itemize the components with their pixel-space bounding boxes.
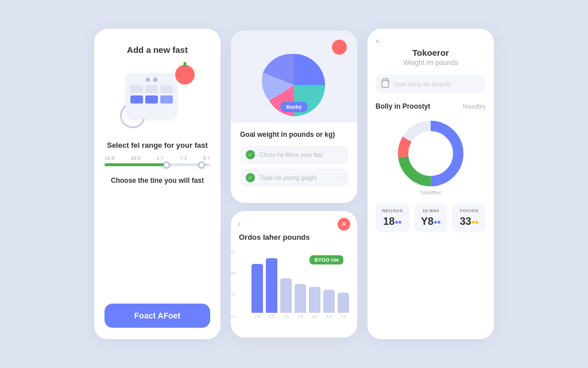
- bar-label-1: 1.5: [254, 315, 260, 319]
- stat-dot-1: [395, 221, 398, 224]
- bar-3: 7.5: [280, 278, 292, 319]
- stat-value-3: 33: [455, 216, 482, 228]
- card-tracker: < Tokoeror Weight im pounds Goal viting …: [368, 29, 494, 339]
- stat-dot-2: [434, 221, 437, 224]
- cal-cell-3: [160, 85, 173, 93]
- calendar-icon: [126, 73, 177, 119]
- input-text-1: Choss he ftiime your fast: [260, 152, 342, 158]
- cal-dot-1: [146, 78, 150, 82]
- bar-fill-3: [280, 278, 292, 313]
- bar-fill-6: [323, 290, 335, 313]
- progress-section-header: Bolly in Proostyt Nouoftiry: [376, 102, 486, 110]
- card1-title: Add a new fast: [127, 45, 188, 55]
- donut-container: Sonothor: [376, 116, 486, 191]
- check-icon-2: ✓: [246, 173, 255, 182]
- range-thumb-right[interactable]: [198, 162, 205, 168]
- range-track[interactable]: [105, 163, 210, 166]
- tracker-subtitle: Weight im pounds: [376, 59, 486, 67]
- fast-time-label: Choose the tine you will fast: [111, 177, 204, 185]
- stat-card-1: NEOXUS 18: [376, 204, 409, 232]
- small-tomato-icon: [332, 40, 347, 55]
- stat-dot-3: [472, 221, 475, 224]
- chart-tooltip: BYGO Uw: [310, 255, 343, 264]
- check-icon-1: ✓: [246, 150, 255, 159]
- bar-label-5: 4.5: [312, 315, 318, 319]
- bar-chart: BYGO Uw 1.5 2.5 7.5 2.5: [252, 250, 349, 319]
- stats-row: NEOXUS 18 10:B94 Y8 YOCIG6 33: [376, 204, 486, 232]
- chart-title: Ordos Iaher pounds: [239, 233, 349, 241]
- bar-fill-5: [309, 287, 320, 313]
- goal-input-1[interactable]: ✓ Choss he ftiime your fast: [240, 145, 348, 164]
- range-label-2: 18:0: [130, 155, 141, 161]
- bar-label-6: 2.0: [326, 315, 332, 319]
- tracker-title: Tokoeror: [376, 48, 486, 57]
- arrow-icon: →: [336, 174, 342, 181]
- cards-container: Add a new fast Select fel range: [83, 17, 505, 351]
- bar-label-3: 7.5: [283, 315, 289, 319]
- stat-label-3: YOCIG6: [455, 208, 482, 213]
- bar-6: 2.0: [323, 290, 335, 319]
- range-thumb-left[interactable]: [163, 162, 170, 168]
- middle-column: Basby Goal weight in pounds or kg) ✓ Cho…: [231, 30, 357, 338]
- bar-label-7: 7.5: [341, 315, 346, 319]
- progress-sub: Nouoftiry: [463, 103, 486, 110]
- goal-input-2[interactable]: ✓ Toale rat pourtg gaight →: [240, 168, 348, 187]
- bar-2: 2.5: [266, 258, 277, 319]
- card-goal-weight: Basby Goal weight in pounds or kg) ✓ Cho…: [231, 30, 357, 203]
- bar-4: 2.5: [295, 284, 306, 319]
- bar-fill-2: [266, 258, 277, 313]
- bar-fill-4: [295, 284, 306, 313]
- y-label-3: 170: [231, 293, 237, 297]
- back-button-card3[interactable]: ‹: [238, 219, 241, 228]
- range-section-title: Select fel range for your fast: [107, 141, 208, 150]
- progress-title: Bolly in Proostyt: [376, 102, 430, 110]
- range-label-3: 1:7: [157, 155, 164, 161]
- bar-fill-1: [252, 264, 263, 313]
- back-button-card4[interactable]: <: [376, 37, 486, 45]
- goal-weight-title: Goal weight in pounds or kg): [240, 131, 348, 139]
- cal-cell-2: [145, 85, 158, 93]
- range-fill: [105, 163, 168, 166]
- stat-value-1: 18: [379, 216, 406, 228]
- bar-1: 1.5: [252, 264, 263, 319]
- range-labels: 16:8 18:0 1:7 7:1 5:7: [105, 155, 210, 161]
- cal-dot-2: [153, 78, 157, 82]
- bar-fill-7: [338, 293, 349, 313]
- pie-section: Basby: [231, 30, 357, 122]
- donut-chart: [393, 116, 468, 191]
- stat-dot-2b: [438, 221, 440, 224]
- y-label-2: 200: [231, 271, 237, 275]
- y-label-1: 200: [231, 250, 237, 254]
- stat-label-1: NEOXUS: [379, 208, 406, 213]
- bar-7: 7.5: [338, 293, 349, 319]
- cal-cell-5: [145, 95, 158, 103]
- calendar-top-bar: [130, 78, 173, 82]
- start-fast-button[interactable]: Foact AFoet: [105, 304, 210, 328]
- cal-cell-1: [130, 85, 143, 93]
- card2-content: Goal weight in pounds or kg) ✓ Choss he …: [231, 122, 357, 191]
- stat-card-3: YOCIG6 33: [452, 204, 486, 232]
- range-label-5: 5:7: [203, 155, 210, 161]
- close-button-card3[interactable]: ✕: [338, 218, 350, 231]
- weight-input-text: Goal viting ain pounds: [394, 81, 451, 87]
- stat-dot-1b: [399, 221, 401, 224]
- bar-label-4: 2.5: [297, 315, 303, 319]
- y-label-4: 00.0: [231, 315, 237, 319]
- stat-dot-3b: [475, 221, 478, 224]
- bar-5: 4.5: [309, 287, 320, 319]
- bar-label-2: 2.5: [269, 315, 274, 319]
- calendar-grid: [130, 85, 173, 103]
- cal-cell-6: [160, 95, 173, 103]
- stat-card-2: 10:B94 Y8: [414, 204, 448, 232]
- range-label-1: 16:8: [105, 155, 115, 161]
- card1-illustration: [120, 65, 195, 128]
- stat-label-2: 10:B94: [417, 208, 444, 213]
- range-label-4: 7:1: [180, 155, 187, 161]
- weight-input[interactable]: Goal viting ain pounds: [376, 75, 486, 93]
- lock-icon: [381, 80, 389, 88]
- tomato-icon: [175, 65, 195, 85]
- input-text-2: Toale rat pourtg gaight: [260, 175, 331, 181]
- y-axis-labels: 200 200 170 00.0: [231, 250, 237, 319]
- card-bar-chart: ‹ ✕ Ordos Iaher pounds 200 200 170 00.0 …: [231, 211, 357, 338]
- pie-center-label: Basby: [280, 102, 307, 112]
